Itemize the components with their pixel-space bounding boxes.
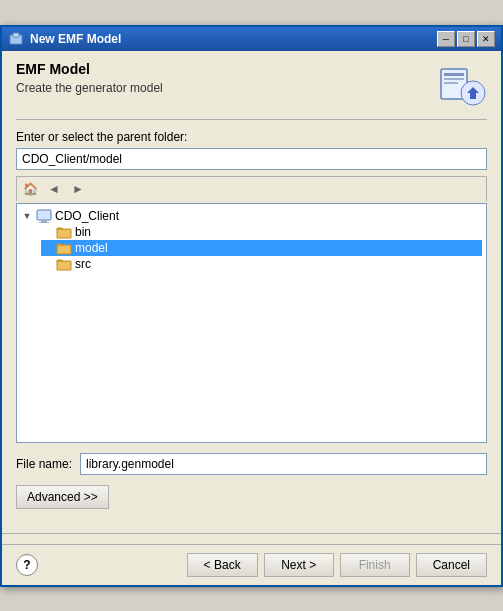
- title-bar-left: New EMF Model: [8, 31, 121, 47]
- tree-children: ► bin ► model: [21, 224, 482, 272]
- advanced-button[interactable]: Advanced >>: [16, 485, 109, 509]
- new-emf-model-dialog: New EMF Model ─ □ ✕ EMF Model Create the…: [0, 25, 503, 587]
- emf-generator-icon: [439, 61, 487, 109]
- title-bar: New EMF Model ─ □ ✕: [2, 27, 501, 51]
- expand-icon: ▼: [21, 210, 33, 222]
- window-title: New EMF Model: [30, 32, 121, 46]
- svg-rect-4: [444, 78, 464, 80]
- folder-icon-model: [56, 241, 72, 255]
- header-subtitle: Create the generator model: [16, 81, 163, 95]
- svg-rect-7: [37, 210, 51, 220]
- tree-item-model[interactable]: ► model: [41, 240, 482, 256]
- tree-item-src[interactable]: ► src: [41, 256, 482, 272]
- svg-rect-9: [39, 222, 49, 223]
- footer-buttons: < Back Next > Finish Cancel: [187, 553, 487, 577]
- home-button[interactable]: 🏠: [19, 179, 41, 199]
- tree-root-label: CDO_Client: [55, 209, 119, 223]
- close-button[interactable]: ✕: [477, 31, 495, 47]
- title-buttons: ─ □ ✕: [437, 31, 495, 47]
- header-icon: [439, 61, 487, 109]
- folder-icon-src: [56, 257, 72, 271]
- svg-rect-8: [41, 220, 47, 222]
- header-text: EMF Model Create the generator model: [16, 61, 163, 95]
- footer-left: ?: [16, 554, 38, 576]
- file-name-row: File name:: [16, 453, 487, 475]
- svg-rect-1: [13, 33, 19, 37]
- svg-rect-5: [444, 82, 458, 84]
- help-button[interactable]: ?: [16, 554, 38, 576]
- folder-path-label: Enter or select the parent folder:: [16, 130, 487, 144]
- tree-model-label: model: [75, 241, 108, 255]
- tree-bin-label: bin: [75, 225, 91, 239]
- back-nav-button[interactable]: < Back: [187, 553, 258, 577]
- finish-button[interactable]: Finish: [340, 553, 410, 577]
- back-button[interactable]: ◄: [43, 179, 65, 199]
- folder-tree[interactable]: ▼ CDO_Client ► bin: [16, 203, 487, 443]
- folder-path-input[interactable]: [16, 148, 487, 170]
- tree-item-bin[interactable]: ► bin: [41, 224, 482, 240]
- next-button[interactable]: Next >: [264, 553, 334, 577]
- maximize-button[interactable]: □: [457, 31, 475, 47]
- cancel-button[interactable]: Cancel: [416, 553, 487, 577]
- content-area: EMF Model Create the generator model Ent…: [2, 51, 501, 523]
- tree-src-label: src: [75, 257, 91, 271]
- window-icon: [8, 31, 24, 47]
- forward-button[interactable]: ►: [67, 179, 89, 199]
- header-title: EMF Model: [16, 61, 163, 77]
- computer-icon: [36, 209, 52, 223]
- minimize-button[interactable]: ─: [437, 31, 455, 47]
- navigation-toolbar: 🏠 ◄ ►: [16, 176, 487, 201]
- footer-separator: [2, 533, 501, 534]
- header-section: EMF Model Create the generator model: [16, 61, 487, 120]
- file-name-label: File name:: [16, 457, 72, 471]
- folder-icon-bin: [56, 225, 72, 239]
- file-name-input[interactable]: [80, 453, 487, 475]
- dialog-footer: ? < Back Next > Finish Cancel: [2, 544, 501, 585]
- svg-rect-3: [444, 73, 464, 76]
- tree-item-root[interactable]: ▼ CDO_Client: [21, 208, 482, 224]
